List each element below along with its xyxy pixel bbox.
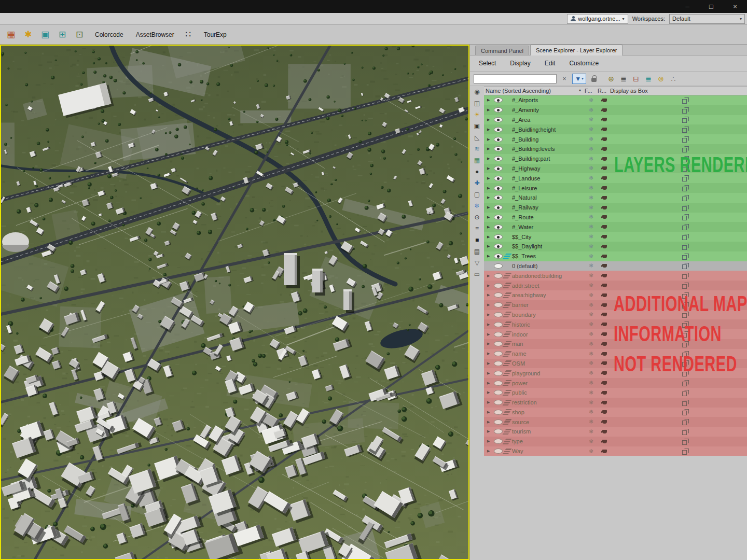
visibility-eye-icon[interactable] bbox=[494, 215, 503, 220]
render-teapot-icon[interactable] bbox=[601, 175, 608, 181]
lock-icon[interactable] bbox=[589, 74, 599, 84]
column-render[interactable]: R... bbox=[598, 88, 606, 94]
expand-arrow-icon[interactable]: ▶ bbox=[487, 323, 492, 327]
layer-name[interactable]: boundary bbox=[512, 312, 536, 318]
display-as-box-icon[interactable] bbox=[682, 341, 688, 347]
create-new-layer-icon[interactable]: ⊕ bbox=[606, 74, 616, 84]
scene-table-icon[interactable]: ▦ bbox=[3, 27, 19, 43]
layer-row[interactable]: ▶ #_Water ❄ bbox=[484, 222, 747, 232]
visibility-eye-icon[interactable] bbox=[494, 429, 503, 434]
expand-arrow-icon[interactable]: ▶ bbox=[487, 128, 492, 132]
layer-row[interactable]: ▶ restriction ❄ bbox=[484, 398, 747, 408]
freeze-snowflake-icon[interactable]: ❄ bbox=[589, 204, 593, 211]
expand-arrow-icon[interactable]: ▶ bbox=[487, 381, 492, 385]
display-as-box-icon[interactable] bbox=[682, 360, 688, 366]
display-cameras-icon[interactable]: ▣ bbox=[473, 122, 482, 130]
layer-name[interactable]: OSM bbox=[512, 360, 525, 367]
display-as-box-icon[interactable] bbox=[682, 283, 688, 288]
expand-arrow-icon[interactable]: ▶ bbox=[487, 303, 492, 307]
render-teapot-icon[interactable] bbox=[601, 380, 608, 386]
expand-arrow-icon[interactable]: ▶ bbox=[487, 352, 492, 356]
filter-funnel-icon[interactable]: ▽ bbox=[473, 259, 482, 267]
render-teapot-icon[interactable] bbox=[601, 97, 608, 103]
render-teapot-icon[interactable] bbox=[601, 195, 608, 201]
expand-arrow-icon[interactable]: ▶ bbox=[487, 313, 492, 317]
visibility-eye-icon[interactable] bbox=[494, 117, 503, 122]
display-as-box-icon[interactable] bbox=[682, 175, 688, 181]
layer-row[interactable]: ▶ abandoned:building ❄ bbox=[484, 271, 747, 281]
layer-row[interactable]: ▶ #_Route ❄ bbox=[484, 213, 747, 222]
visibility-eye-icon[interactable] bbox=[494, 312, 503, 317]
render-teapot-icon[interactable] bbox=[601, 312, 608, 317]
layer-name[interactable]: area:highway bbox=[512, 292, 546, 298]
layer-name[interactable]: name bbox=[512, 351, 527, 357]
import-box-icon[interactable]: ⊞ bbox=[54, 27, 70, 43]
render-teapot-icon[interactable] bbox=[601, 224, 608, 230]
expand-arrow-icon[interactable]: ▶ bbox=[487, 186, 492, 190]
freeze-snowflake-icon[interactable]: ❄ bbox=[589, 97, 593, 104]
render-teapot-icon[interactable] bbox=[601, 341, 608, 347]
freeze-snowflake-icon[interactable]: ❄ bbox=[589, 272, 593, 279]
minimize-button[interactable]: – bbox=[675, 0, 699, 13]
layer-name[interactable]: #_Area bbox=[512, 117, 530, 123]
layer-row[interactable]: ▶ #_Natural ❄ bbox=[484, 193, 747, 203]
visibility-eye-icon[interactable] bbox=[494, 254, 503, 259]
layer-name[interactable]: #_Amenity bbox=[512, 107, 539, 113]
display-as-box-icon[interactable] bbox=[682, 234, 688, 240]
layer-name[interactable]: #_Highway bbox=[512, 165, 540, 172]
display-as-box-icon[interactable] bbox=[682, 380, 688, 386]
filter-funnel-icon[interactable]: ▼ ▾ bbox=[572, 74, 586, 84]
display-as-box-icon[interactable] bbox=[682, 390, 688, 396]
freeze-snowflake-icon[interactable]: ❄ bbox=[589, 233, 593, 240]
layer-name[interactable]: #_Building:levels bbox=[512, 146, 555, 152]
render-teapot-icon[interactable] bbox=[601, 439, 608, 444]
render-teapot-icon[interactable] bbox=[601, 205, 608, 211]
render-teapot-icon[interactable] bbox=[601, 127, 608, 132]
close-button[interactable]: × bbox=[723, 0, 747, 13]
freeze-snowflake-icon[interactable]: ❄ bbox=[589, 165, 593, 172]
add-to-layer-icon[interactable]: ≣ bbox=[618, 74, 629, 84]
layer-row[interactable]: ▶ #_Airports ❄ bbox=[484, 95, 747, 105]
export-box-icon[interactable]: ▣ bbox=[37, 27, 53, 43]
expand-arrow-icon[interactable]: ▶ bbox=[487, 439, 492, 443]
visibility-eye-icon[interactable] bbox=[494, 410, 503, 415]
display-helpers-icon[interactable]: ◺ bbox=[473, 134, 482, 142]
render-teapot-icon[interactable] bbox=[601, 254, 608, 259]
visibility-eye-icon[interactable] bbox=[494, 390, 503, 395]
visibility-eye-icon[interactable] bbox=[494, 107, 503, 113]
viewport-canvas[interactable] bbox=[1, 46, 468, 559]
render-teapot-icon[interactable] bbox=[601, 321, 608, 327]
freeze-snowflake-icon[interactable]: ❄ bbox=[589, 428, 593, 435]
freeze-snowflake-icon[interactable]: ❄ bbox=[589, 253, 593, 260]
layer-row[interactable]: ▶ #_Landuse ❄ bbox=[484, 173, 747, 183]
visibility-eye-icon[interactable] bbox=[494, 341, 503, 346]
expand-arrow-icon[interactable]: ▶ bbox=[487, 205, 492, 209]
display-as-box-icon[interactable] bbox=[682, 331, 688, 337]
expand-arrow-icon[interactable]: ▶ bbox=[487, 98, 492, 102]
freeze-snowflake-icon[interactable]: ❄ bbox=[589, 409, 593, 415]
layer-name[interactable]: #_Building:part bbox=[512, 156, 550, 162]
render-teapot-icon[interactable] bbox=[601, 234, 608, 240]
display-as-box-icon[interactable] bbox=[682, 449, 688, 454]
capture-tool-icon[interactable]: ⊡ bbox=[72, 27, 87, 43]
menu-display[interactable]: Display bbox=[510, 60, 530, 67]
layer-name[interactable]: tourism bbox=[512, 428, 531, 435]
render-teapot-icon[interactable] bbox=[601, 136, 608, 142]
column-frozen[interactable]: F... bbox=[585, 88, 592, 94]
expand-arrow-icon[interactable]: ▶ bbox=[487, 390, 492, 395]
visibility-eye-icon[interactable] bbox=[494, 146, 503, 151]
layer-row[interactable]: ▶ #_Amenity ❄ bbox=[484, 105, 747, 115]
visibility-eye-icon[interactable] bbox=[494, 332, 503, 337]
expand-arrow-icon[interactable]: ▶ bbox=[487, 400, 492, 404]
expand-arrow-icon[interactable]: ▶ bbox=[487, 293, 492, 297]
layer-row[interactable]: ▶ #_Building:part ❄ bbox=[484, 154, 747, 164]
visibility-eye-icon[interactable] bbox=[494, 234, 503, 240]
layer-row[interactable]: ▶ $$_Trees ❄ bbox=[484, 251, 747, 261]
expand-arrow-icon[interactable]: ▶ bbox=[487, 235, 492, 239]
layer-row[interactable]: ▶ #_Building:levels ❄ bbox=[484, 144, 747, 154]
expand-arrow-icon[interactable]: ▶ bbox=[487, 195, 492, 200]
display-spacewarps-icon[interactable]: ≋ bbox=[473, 145, 482, 153]
colorcode-button[interactable]: Colorcode bbox=[89, 31, 130, 38]
expand-arrow-icon[interactable]: ▶ bbox=[487, 108, 492, 112]
properties-icon[interactable]: ▤ bbox=[473, 248, 482, 256]
